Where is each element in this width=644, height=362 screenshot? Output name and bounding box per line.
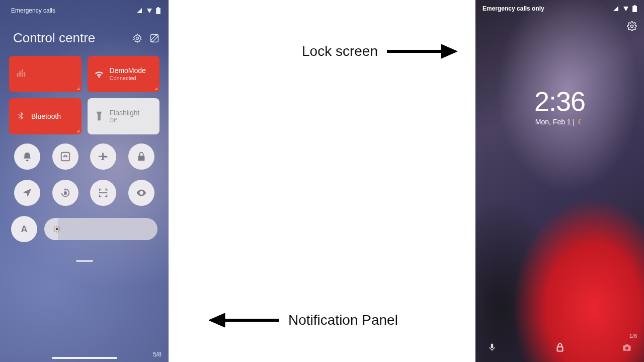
page-indicator: 5/8 xyxy=(153,351,162,358)
svg-rect-3 xyxy=(64,191,67,194)
clock-date: Mon, Feb 1 | ☾ xyxy=(534,118,585,126)
expand-tri-icon xyxy=(154,87,157,90)
clock-time: 2:36 xyxy=(534,86,585,117)
expand-tri-icon xyxy=(76,129,79,132)
tile-bt-title: Bluetooth xyxy=(31,112,61,121)
gear-icon[interactable] xyxy=(627,21,637,31)
lock-icon[interactable] xyxy=(554,342,566,353)
status-text: Emergency calls xyxy=(11,7,55,14)
tile-mobile-data[interactable] xyxy=(9,56,82,92)
svg-rect-2 xyxy=(61,153,69,161)
wifi-status-icon xyxy=(622,6,629,12)
expand-tri-icon xyxy=(76,87,79,90)
tile-flashlight[interactable]: Flashlight Off xyxy=(88,98,160,134)
control-centre-phone: Emergency calls Control centre DemoMode xyxy=(0,0,169,362)
control-centre-title: Control centre xyxy=(13,30,95,46)
toggle-visibility[interactable] xyxy=(128,180,154,206)
location-icon xyxy=(22,187,33,198)
annotation-lock-text: Lock screen xyxy=(302,43,378,59)
svg-line-9 xyxy=(54,227,55,227)
tile-flash-title: Flashlight xyxy=(110,109,140,117)
toggle-sound[interactable] xyxy=(14,143,40,170)
brightness-row: A xyxy=(0,216,169,242)
arrow-left-icon xyxy=(209,311,279,329)
status-text: Emergency calls only xyxy=(482,5,544,12)
camera-icon[interactable] xyxy=(622,343,632,352)
toggle-screenshot[interactable] xyxy=(52,143,78,170)
annotation-notif-text: Notification Panel xyxy=(288,312,398,328)
svg-line-10 xyxy=(59,231,59,232)
svg-point-0 xyxy=(136,37,139,39)
control-centre-header: Control centre xyxy=(0,18,169,56)
wifi-icon xyxy=(94,68,105,80)
signal-icon xyxy=(612,6,619,12)
status-bar: Emergency calls only xyxy=(475,0,644,14)
tile-bluetooth[interactable]: Bluetooth xyxy=(9,98,82,134)
svg-marker-18 xyxy=(209,313,225,327)
svg-point-13 xyxy=(631,25,633,28)
rotate-lock-icon xyxy=(60,187,71,198)
lock-clock: 2:36 Mon, Feb 1 | ☾ xyxy=(534,86,585,126)
quick-toggle-grid xyxy=(0,143,169,206)
scan-icon xyxy=(98,187,109,198)
sun-icon xyxy=(53,226,60,233)
toggle-airplane[interactable] xyxy=(90,143,116,170)
battery-icon xyxy=(632,5,637,12)
lock-screen-phone: Emergency calls only 2:36 Mon, Feb 1 | ☾… xyxy=(475,0,644,362)
tile-wifi-sub: Connected xyxy=(110,75,146,82)
mic-icon[interactable] xyxy=(488,343,497,352)
annotation-lock-screen: Lock screen xyxy=(302,42,457,60)
toggle-location[interactable] xyxy=(14,180,40,206)
lock-bottom-bar xyxy=(475,343,644,352)
airplane-icon xyxy=(98,151,109,162)
toggle-scan[interactable] xyxy=(90,180,116,206)
font-glyph: A xyxy=(19,224,30,235)
settings-outline-icon[interactable] xyxy=(132,33,142,43)
battery-icon xyxy=(156,7,160,14)
bluetooth-icon xyxy=(15,111,26,122)
svg-rect-14 xyxy=(557,347,562,351)
toggle-rotation-lock[interactable] xyxy=(52,180,78,206)
padlock-icon xyxy=(136,151,147,162)
svg-line-12 xyxy=(59,227,59,227)
scissors-icon xyxy=(60,151,71,162)
page-indicator: 1/8 xyxy=(629,333,637,339)
edit-icon[interactable] xyxy=(149,33,159,43)
tile-wifi-title: DemoMode xyxy=(110,66,146,75)
status-icons xyxy=(612,5,637,12)
flashlight-icon xyxy=(94,111,105,122)
status-bar: Emergency calls xyxy=(0,0,169,18)
font-size-button[interactable]: A xyxy=(11,216,37,242)
moon-icon: ☾ xyxy=(578,118,584,126)
tile-flash-sub: Off xyxy=(110,117,140,124)
quick-settings-tiles: DemoMode Connected Bluetooth Flashlight … xyxy=(0,56,169,134)
cellular-icon xyxy=(15,68,26,80)
bell-icon xyxy=(22,151,33,162)
svg-line-11 xyxy=(54,231,55,232)
status-icons xyxy=(136,7,160,14)
toggle-lock[interactable] xyxy=(128,143,154,170)
gesture-bar-icon xyxy=(52,357,117,359)
svg-point-4 xyxy=(56,228,58,231)
clock-date-text: Mon, Feb 1 | xyxy=(535,118,575,126)
signal-icon xyxy=(136,8,143,14)
tile-wifi[interactable]: DemoMode Connected xyxy=(88,56,160,92)
brightness-slider[interactable] xyxy=(44,218,157,240)
wifi-status-icon xyxy=(146,8,153,14)
drag-handle-icon[interactable] xyxy=(76,260,93,262)
svg-marker-16 xyxy=(441,44,457,58)
annotation-notification-panel: Notification Panel xyxy=(209,311,398,329)
arrow-right-icon xyxy=(387,42,457,60)
eye-icon xyxy=(136,187,147,198)
